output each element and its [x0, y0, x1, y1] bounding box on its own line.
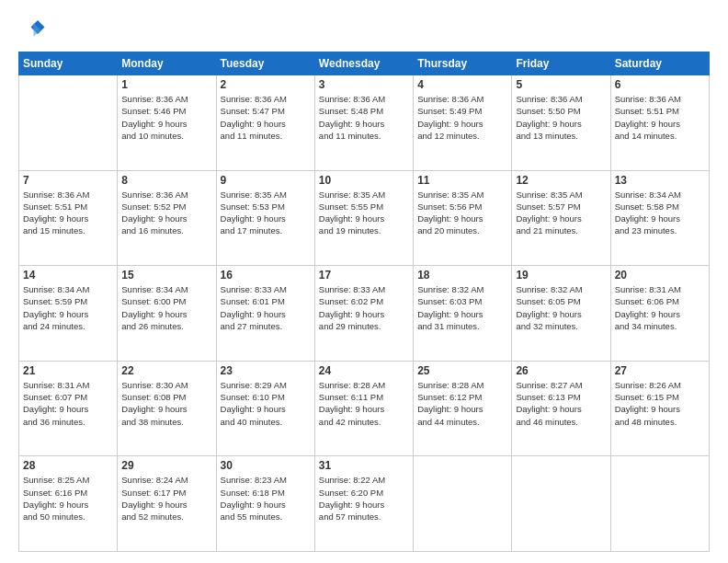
calendar-cell: 30Sunrise: 8:23 AMSunset: 6:18 PMDayligh… [216, 456, 314, 552]
day-number: 31 [319, 459, 409, 472]
calendar-header-saturday: Saturday [610, 52, 709, 75]
day-number: 7 [23, 174, 113, 187]
calendar-cell: 22Sunrise: 8:30 AMSunset: 6:08 PMDayligh… [118, 361, 216, 456]
day-info: Sunrise: 8:35 AMSunset: 5:56 PMDaylight:… [417, 189, 507, 237]
day-info: Sunrise: 8:36 AMSunset: 5:46 PMDaylight:… [121, 93, 211, 142]
day-info: Sunrise: 8:35 AMSunset: 5:53 PMDaylight:… [221, 189, 311, 237]
day-number: 3 [319, 78, 409, 91]
calendar-cell: 31Sunrise: 8:22 AMSunset: 6:20 PMDayligh… [314, 456, 413, 552]
day-info: Sunrise: 8:23 AMSunset: 6:18 PMDaylight:… [221, 474, 311, 523]
day-number: 11 [417, 174, 507, 187]
day-info: Sunrise: 8:25 AMSunset: 6:16 PMDaylight:… [23, 474, 113, 523]
day-info: Sunrise: 8:33 AMSunset: 6:01 PMDaylight:… [221, 283, 311, 332]
calendar-cell: 28Sunrise: 8:25 AMSunset: 6:16 PMDayligh… [19, 456, 118, 552]
day-info: Sunrise: 8:30 AMSunset: 6:08 PMDaylight:… [121, 379, 211, 428]
calendar-cell: 25Sunrise: 8:28 AMSunset: 6:12 PMDayligh… [414, 361, 512, 456]
day-info: Sunrise: 8:31 AMSunset: 6:06 PMDaylight:… [615, 283, 705, 332]
day-number: 27 [615, 364, 705, 377]
day-info: Sunrise: 8:32 AMSunset: 6:05 PMDaylight:… [516, 283, 606, 332]
day-info: Sunrise: 8:29 AMSunset: 6:10 PMDaylight:… [221, 379, 311, 428]
day-number: 19 [516, 269, 606, 282]
day-info: Sunrise: 8:35 AMSunset: 5:57 PMDaylight:… [516, 189, 606, 237]
calendar-cell: 2Sunrise: 8:36 AMSunset: 5:47 PMDaylight… [216, 75, 314, 171]
day-number: 13 [615, 174, 705, 187]
calendar-cell: 18Sunrise: 8:32 AMSunset: 6:03 PMDayligh… [414, 266, 512, 362]
day-info: Sunrise: 8:22 AMSunset: 6:20 PMDaylight:… [319, 474, 409, 523]
day-number: 2 [221, 78, 311, 91]
day-number: 26 [516, 364, 606, 377]
day-number: 18 [417, 269, 507, 282]
day-info: Sunrise: 8:28 AMSunset: 6:12 PMDaylight:… [417, 379, 507, 428]
day-number: 20 [615, 269, 705, 282]
day-info: Sunrise: 8:31 AMSunset: 6:07 PMDaylight:… [23, 379, 113, 428]
day-info: Sunrise: 8:34 AMSunset: 6:00 PMDaylight:… [121, 283, 211, 332]
day-number: 24 [319, 364, 409, 377]
header [18, 15, 710, 42]
calendar-header-wednesday: Wednesday [314, 52, 413, 75]
calendar-cell: 6Sunrise: 8:36 AMSunset: 5:51 PMDaylight… [610, 75, 709, 171]
day-info: Sunrise: 8:34 AMSunset: 5:59 PMDaylight:… [23, 283, 113, 332]
calendar-week-1: 1Sunrise: 8:36 AMSunset: 5:46 PMDaylight… [19, 75, 710, 171]
day-info: Sunrise: 8:36 AMSunset: 5:51 PMDaylight:… [615, 93, 705, 142]
calendar-cell: 10Sunrise: 8:35 AMSunset: 5:55 PMDayligh… [314, 170, 413, 266]
calendar-cell: 12Sunrise: 8:35 AMSunset: 5:57 PMDayligh… [512, 170, 610, 266]
day-info: Sunrise: 8:36 AMSunset: 5:51 PMDaylight:… [23, 189, 113, 237]
calendar-cell: 5Sunrise: 8:36 AMSunset: 5:50 PMDaylight… [512, 75, 610, 171]
calendar-week-2: 7Sunrise: 8:36 AMSunset: 5:51 PMDaylight… [19, 170, 710, 266]
calendar-cell [610, 456, 709, 552]
day-number: 25 [417, 364, 507, 377]
day-number: 30 [221, 459, 311, 472]
calendar-header-sunday: Sunday [19, 52, 118, 75]
day-info: Sunrise: 8:33 AMSunset: 6:02 PMDaylight:… [319, 283, 409, 332]
calendar-header-tuesday: Tuesday [216, 52, 314, 75]
calendar-table: SundayMondayTuesdayWednesdayThursdayFrid… [18, 52, 710, 552]
day-number: 6 [615, 78, 705, 91]
calendar-cell: 23Sunrise: 8:29 AMSunset: 6:10 PMDayligh… [216, 361, 314, 456]
calendar-cell: 16Sunrise: 8:33 AMSunset: 6:01 PMDayligh… [216, 266, 314, 362]
day-info: Sunrise: 8:34 AMSunset: 5:58 PMDaylight:… [615, 189, 705, 237]
calendar-cell: 11Sunrise: 8:35 AMSunset: 5:56 PMDayligh… [414, 170, 512, 266]
day-number: 14 [23, 269, 113, 282]
day-number: 17 [319, 269, 409, 282]
calendar-cell: 29Sunrise: 8:24 AMSunset: 6:17 PMDayligh… [118, 456, 216, 552]
day-number: 10 [319, 174, 409, 187]
day-info: Sunrise: 8:36 AMSunset: 5:47 PMDaylight:… [221, 93, 311, 142]
calendar-cell: 24Sunrise: 8:28 AMSunset: 6:11 PMDayligh… [314, 361, 413, 456]
calendar-header-row: SundayMondayTuesdayWednesdayThursdayFrid… [19, 52, 710, 75]
day-info: Sunrise: 8:26 AMSunset: 6:15 PMDaylight:… [615, 379, 705, 428]
day-number: 16 [221, 269, 311, 282]
calendar-cell: 19Sunrise: 8:32 AMSunset: 6:05 PMDayligh… [512, 266, 610, 362]
day-info: Sunrise: 8:27 AMSunset: 6:13 PMDaylight:… [516, 379, 606, 428]
calendar-cell: 17Sunrise: 8:33 AMSunset: 6:02 PMDayligh… [314, 266, 413, 362]
calendar-header-monday: Monday [118, 52, 216, 75]
calendar-header-thursday: Thursday [414, 52, 512, 75]
calendar-week-4: 21Sunrise: 8:31 AMSunset: 6:07 PMDayligh… [19, 361, 710, 456]
page: SundayMondayTuesdayWednesdayThursdayFrid… [0, 0, 728, 563]
calendar-cell [414, 456, 512, 552]
day-number: 28 [23, 459, 113, 472]
day-info: Sunrise: 8:28 AMSunset: 6:11 PMDaylight:… [319, 379, 409, 428]
day-info: Sunrise: 8:36 AMSunset: 5:49 PMDaylight:… [417, 93, 507, 142]
day-number: 21 [23, 364, 113, 377]
calendar-cell: 27Sunrise: 8:26 AMSunset: 6:15 PMDayligh… [610, 361, 709, 456]
day-number: 22 [121, 364, 211, 377]
calendar-cell: 4Sunrise: 8:36 AMSunset: 5:49 PMDaylight… [414, 75, 512, 171]
logo [18, 15, 50, 42]
calendar-cell: 14Sunrise: 8:34 AMSunset: 5:59 PMDayligh… [19, 266, 118, 362]
day-number: 12 [516, 174, 606, 187]
calendar-cell: 7Sunrise: 8:36 AMSunset: 5:51 PMDaylight… [19, 170, 118, 266]
day-number: 5 [516, 78, 606, 91]
calendar-cell: 26Sunrise: 8:27 AMSunset: 6:13 PMDayligh… [512, 361, 610, 456]
day-info: Sunrise: 8:36 AMSunset: 5:52 PMDaylight:… [121, 189, 211, 237]
day-number: 8 [121, 174, 211, 187]
day-info: Sunrise: 8:24 AMSunset: 6:17 PMDaylight:… [121, 474, 211, 523]
calendar-cell [512, 456, 610, 552]
calendar-cell [19, 75, 118, 171]
calendar-header-friday: Friday [512, 52, 610, 75]
calendar-cell: 9Sunrise: 8:35 AMSunset: 5:53 PMDaylight… [216, 170, 314, 266]
calendar-cell: 13Sunrise: 8:34 AMSunset: 5:58 PMDayligh… [610, 170, 709, 266]
day-number: 15 [121, 269, 211, 282]
day-info: Sunrise: 8:35 AMSunset: 5:55 PMDaylight:… [319, 189, 409, 237]
day-info: Sunrise: 8:32 AMSunset: 6:03 PMDaylight:… [417, 283, 507, 332]
day-number: 4 [417, 78, 507, 91]
